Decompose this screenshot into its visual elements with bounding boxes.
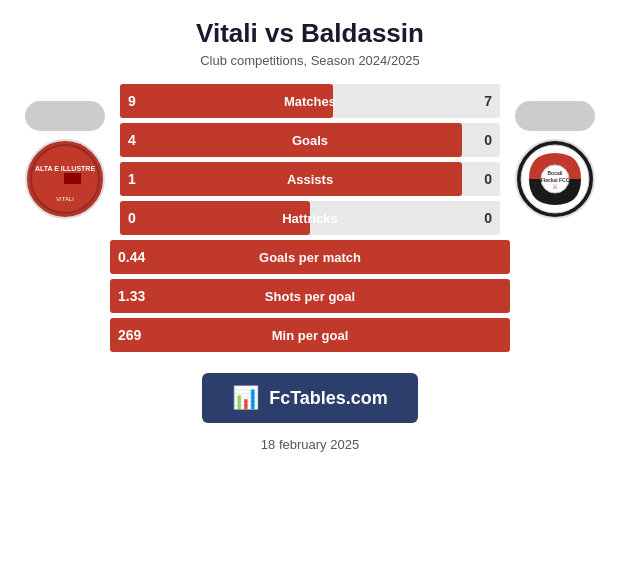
main-content: ALTA E ILLUSTRE VITALI 9Matches74Goals01… xyxy=(0,74,620,235)
stat-label: Goals xyxy=(292,133,328,148)
single-stat-label: Shots per goal xyxy=(265,289,355,304)
fctables-text: FcTables.com xyxy=(269,388,388,409)
stat-row-goals: 4Goals0 xyxy=(120,123,500,157)
single-stat-value: 0.44 xyxy=(110,249,160,265)
svg-rect-4 xyxy=(64,173,81,184)
stat-label: Matches xyxy=(284,94,336,109)
svg-text:Bocali: Bocali xyxy=(547,170,563,176)
stat-label: Hattricks xyxy=(282,211,338,226)
stat-right-value: 0 xyxy=(484,210,492,226)
team-right-badge: Bocali Fleckai FCC ⚔ xyxy=(515,139,595,219)
vitali-badge-svg: ALTA E ILLUSTRE VITALI xyxy=(29,143,101,215)
baldassin-badge-svg: Bocali Fleckai FCC ⚔ xyxy=(519,143,591,215)
single-stat-row-shots-per-goal: 1.33Shots per goal xyxy=(110,279,510,313)
stat-row-assists: 1Assists0 xyxy=(120,162,500,196)
svg-rect-3 xyxy=(49,173,64,184)
stat-right-value: 7 xyxy=(484,93,492,109)
svg-rect-5 xyxy=(49,184,81,195)
fctables-icon: 📊 xyxy=(232,385,259,411)
svg-text:VITALI: VITALI xyxy=(56,196,74,202)
team-right-top-placeholder xyxy=(515,101,595,131)
team-left-top-placeholder xyxy=(25,101,105,131)
svg-text:⚔: ⚔ xyxy=(552,183,558,190)
stat-row-hattricks: 0Hattricks0 xyxy=(120,201,500,235)
stat-left-value: 4 xyxy=(120,132,160,148)
single-stat-label: Goals per match xyxy=(259,250,361,265)
footer-date: 18 february 2025 xyxy=(261,437,359,452)
svg-text:ALTA E ILLUSTRE: ALTA E ILLUSTRE xyxy=(35,165,95,172)
team-left: ALTA E ILLUSTRE VITALI xyxy=(10,101,120,219)
single-stat-label: Min per goal xyxy=(272,328,349,343)
team-right: Bocali Fleckai FCC ⚔ xyxy=(500,101,610,219)
stat-right-value: 0 xyxy=(484,171,492,187)
subtitle: Club competitions, Season 2024/2025 xyxy=(196,53,424,68)
header: Vitali vs Baldassin Club competitions, S… xyxy=(186,0,434,74)
stats-container: 9Matches74Goals01Assists00Hattricks0 xyxy=(120,84,500,235)
fctables-banner[interactable]: 📊 FcTables.com xyxy=(202,357,418,423)
single-stats-container: 0.44Goals per match1.33Shots per goal269… xyxy=(110,240,510,357)
single-stat-value: 1.33 xyxy=(110,288,160,304)
team-left-badge: ALTA E ILLUSTRE VITALI xyxy=(25,139,105,219)
stat-left-value: 0 xyxy=(120,210,160,226)
stat-row-matches: 9Matches7 xyxy=(120,84,500,118)
stat-right-value: 0 xyxy=(484,132,492,148)
stat-label: Assists xyxy=(287,172,333,187)
page-title: Vitali vs Baldassin xyxy=(196,18,424,49)
single-stat-row-goals-per-match: 0.44Goals per match xyxy=(110,240,510,274)
single-stat-value: 269 xyxy=(110,327,160,343)
single-stat-row-min-per-goal: 269Min per goal xyxy=(110,318,510,352)
stat-left-value: 9 xyxy=(120,93,160,109)
fctables-banner-content: 📊 FcTables.com xyxy=(202,373,418,423)
stat-left-value: 1 xyxy=(120,171,160,187)
